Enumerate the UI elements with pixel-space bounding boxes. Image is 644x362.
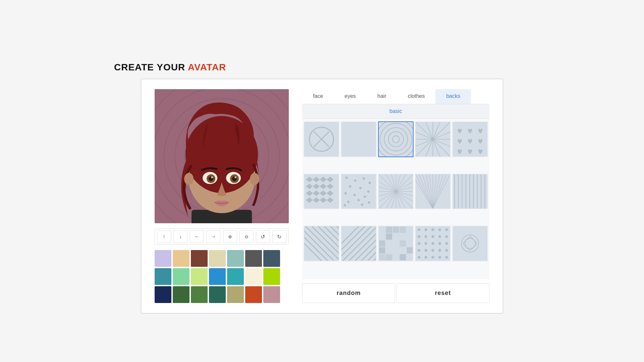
tab-eyes[interactable]: eyes — [334, 89, 367, 104]
color-swatch[interactable] — [227, 286, 244, 303]
color-swatch[interactable] — [245, 250, 262, 267]
color-swatch[interactable] — [155, 286, 171, 303]
svg-point-195 — [418, 256, 421, 259]
svg-point-179 — [445, 228, 448, 231]
svg-point-175 — [418, 228, 421, 231]
svg-point-187 — [432, 242, 434, 245]
svg-point-79 — [344, 192, 347, 194]
color-swatch[interactable] — [209, 286, 226, 303]
svg-point-178 — [438, 228, 441, 231]
move-down-button[interactable]: ↓ — [173, 230, 187, 243]
move-up-button[interactable]: ↑ — [157, 230, 171, 243]
zoom-in-button[interactable]: ⊕ — [223, 230, 237, 243]
pattern-cell[interactable] — [415, 226, 451, 261]
svg-point-72 — [345, 176, 348, 179]
svg-rect-164 — [393, 227, 399, 233]
svg-rect-149 — [341, 226, 376, 261]
pattern-cell[interactable] — [341, 121, 377, 157]
left-panel: ↑ ↓ ← → ⊕ ⊖ ↺ ↻ — [155, 89, 289, 303]
color-swatch[interactable] — [263, 268, 280, 285]
color-swatch[interactable] — [209, 250, 226, 267]
color-swatch[interactable] — [173, 268, 190, 285]
pattern-cell[interactable] — [304, 121, 339, 157]
undo-button[interactable]: ↺ — [256, 230, 270, 243]
pattern-cell[interactable] — [415, 174, 451, 209]
color-swatch[interactable] — [245, 268, 262, 285]
svg-point-182 — [432, 235, 434, 238]
category-bar: basic — [302, 104, 489, 119]
tab-clothes[interactable]: clothes — [397, 89, 436, 104]
svg-point-198 — [438, 256, 441, 259]
random-button[interactable]: random — [302, 283, 395, 303]
svg-point-189 — [445, 242, 448, 245]
svg-point-181 — [425, 235, 427, 238]
svg-point-183 — [438, 235, 441, 238]
color-swatch[interactable] — [173, 250, 190, 267]
color-swatch[interactable] — [191, 250, 208, 267]
tab-hair[interactable]: hair — [367, 89, 397, 104]
color-swatch[interactable] — [227, 250, 244, 267]
zoom-out-button[interactable]: ⊖ — [239, 230, 254, 243]
svg-point-85 — [343, 204, 346, 206]
svg-rect-172 — [386, 254, 392, 261]
svg-point-83 — [358, 199, 360, 201]
svg-point-192 — [432, 249, 434, 252]
redo-button[interactable]: ↻ — [272, 230, 286, 243]
category-label: basic — [389, 108, 402, 114]
svg-rect-168 — [399, 240, 406, 247]
svg-rect-163 — [386, 227, 392, 233]
color-swatch[interactable] — [263, 250, 280, 267]
pattern-cell[interactable] — [341, 226, 377, 261]
pattern-cell[interactable] — [452, 121, 488, 157]
pattern-cell[interactable] — [341, 174, 377, 209]
color-palette — [155, 250, 289, 303]
move-left-button[interactable]: ← — [190, 230, 204, 243]
svg-point-176 — [425, 228, 427, 231]
svg-point-73 — [354, 179, 356, 182]
svg-point-82 — [347, 200, 350, 203]
pattern-cell[interactable] — [378, 174, 414, 209]
svg-rect-200 — [453, 226, 487, 261]
pattern-cell[interactable] — [304, 226, 339, 261]
color-swatch[interactable] — [209, 268, 226, 285]
pattern-cell[interactable] — [452, 174, 488, 209]
move-right-button[interactable]: → — [206, 230, 220, 243]
svg-point-77 — [359, 187, 362, 189]
actions-row: random reset — [302, 283, 489, 303]
svg-point-22 — [211, 176, 213, 178]
svg-point-190 — [418, 249, 421, 252]
reset-button[interactable]: reset — [396, 283, 489, 303]
svg-point-78 — [367, 190, 369, 192]
pattern-cell[interactable] — [378, 226, 414, 261]
svg-point-196 — [425, 256, 427, 259]
tab-face[interactable]: face — [302, 89, 334, 104]
svg-point-194 — [445, 249, 448, 252]
page-title-normal: CREATE YOUR — [114, 62, 188, 72]
color-swatch[interactable] — [263, 286, 280, 303]
svg-rect-166 — [386, 234, 392, 240]
color-swatch[interactable] — [227, 268, 244, 285]
svg-point-80 — [353, 194, 356, 196]
color-swatch[interactable] — [191, 286, 208, 303]
pattern-cell[interactable] — [452, 226, 488, 261]
svg-point-184 — [445, 235, 448, 238]
tabs-row: face eyes hair clothes backs — [302, 89, 489, 104]
svg-point-74 — [363, 177, 365, 179]
color-swatch[interactable] — [245, 286, 262, 303]
tab-backs[interactable]: backs — [435, 89, 471, 104]
color-swatch[interactable] — [155, 250, 171, 267]
color-swatch[interactable] — [173, 286, 190, 303]
svg-point-15 — [250, 173, 259, 185]
svg-point-81 — [364, 195, 366, 198]
pattern-cell[interactable] — [415, 121, 451, 157]
color-swatch[interactable] — [191, 268, 208, 285]
pattern-cell[interactable] — [378, 121, 414, 157]
svg-point-23 — [234, 176, 236, 178]
main-card: ↑ ↓ ← → ⊕ ⊖ ↺ ↻ face eyes hair clothes b… — [141, 79, 503, 313]
color-swatch[interactable] — [155, 268, 171, 285]
svg-rect-71 — [341, 174, 376, 209]
svg-rect-173 — [399, 254, 406, 261]
pattern-cell[interactable] — [304, 174, 339, 209]
svg-point-185 — [418, 242, 421, 245]
svg-rect-169 — [379, 247, 385, 254]
